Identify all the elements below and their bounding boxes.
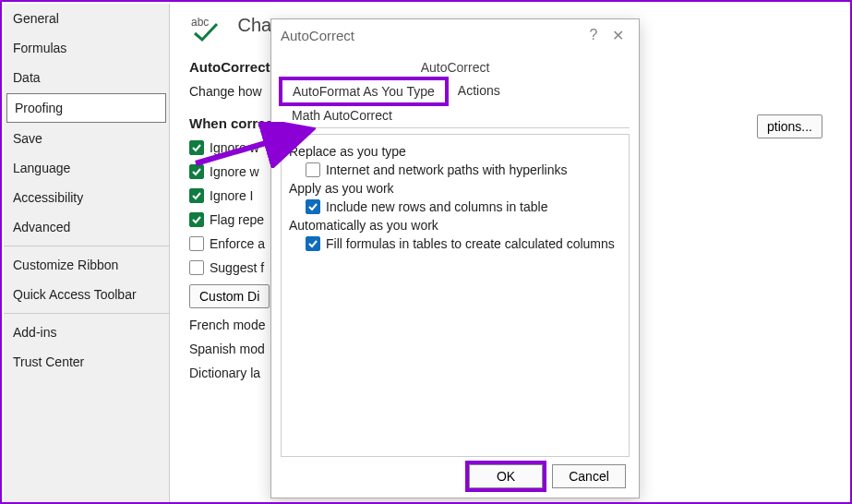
close-icon[interactable]: ✕	[606, 27, 630, 44]
checkmark-icon	[189, 164, 204, 179]
tab-math-autocorrect[interactable]: Math AutoCorrect	[281, 103, 403, 127]
opt-label: Ignore w	[210, 164, 259, 179]
tab-autocorrect[interactable]: AutoCorrect	[281, 56, 630, 78]
autoformat-panel: Replace as you type Internet and network…	[281, 134, 630, 457]
dialog-title: AutoCorrect	[281, 28, 582, 43]
dialog-tabs: AutoCorrect AutoFormat As You Type Actio…	[281, 56, 630, 128]
sidebar-item-save[interactable]: Save	[4, 124, 169, 153]
proofing-abc-icon: abc	[189, 15, 226, 42]
sidebar-item-general[interactable]: General	[4, 4, 169, 33]
checkbox-empty-icon	[189, 236, 204, 251]
options-sidebar: General Formulas Data Proofing Save Lang…	[4, 4, 170, 502]
opt-label: Ignore I	[210, 188, 253, 203]
checkmark-icon	[306, 236, 320, 251]
checkmark-icon	[306, 199, 320, 214]
sidebar-item-quick-access-toolbar[interactable]: Quick Access Toolbar	[4, 280, 169, 309]
checkmark-icon	[189, 140, 204, 155]
group-apply-as-you-work: Apply as you work	[289, 181, 621, 196]
opt-label: Include new rows and columns in table	[326, 199, 547, 214]
tab-actions[interactable]: Actions	[447, 78, 511, 103]
group-automatically-as-you-work: Automatically as you work	[289, 218, 621, 233]
opt-internet-paths[interactable]: Internet and network paths with hyperlin…	[306, 162, 621, 177]
opt-fill-formulas[interactable]: Fill formulas in tables to create calcul…	[306, 236, 621, 251]
sidebar-item-data[interactable]: Data	[4, 63, 169, 92]
opt-label: Flag repe	[210, 212, 264, 227]
group-replace-as-you-type: Replace as you type	[289, 144, 621, 159]
checkmark-icon	[189, 188, 204, 203]
autocorrect-options-button[interactable]: ptions...	[757, 114, 822, 138]
sidebar-item-customize-ribbon[interactable]: Customize Ribbon	[4, 250, 169, 280]
opt-label: Internet and network paths with hyperlin…	[326, 162, 567, 177]
svg-text:abc: abc	[191, 16, 209, 29]
opt-include-new-rows[interactable]: Include new rows and columns in table	[306, 199, 621, 214]
opt-label: Suggest f	[210, 260, 264, 275]
dialog-titlebar: AutoCorrect ? ✕	[271, 19, 639, 51]
sidebar-item-accessibility[interactable]: Accessibility	[4, 183, 169, 212]
sidebar-item-language[interactable]: Language	[4, 153, 169, 183]
sidebar-item-add-ins[interactable]: Add-ins	[4, 318, 169, 347]
help-icon[interactable]: ?	[582, 27, 606, 43]
sidebar-item-proofing[interactable]: Proofing	[6, 93, 166, 123]
opt-label: Ignore w	[210, 140, 259, 155]
tab-autoformat-as-you-type[interactable]: AutoFormat As You Type	[281, 78, 447, 104]
checkbox-empty-icon	[189, 260, 204, 275]
checkmark-icon	[189, 212, 204, 227]
sidebar-item-advanced[interactable]: Advanced	[4, 212, 169, 242]
checkbox-empty-icon	[306, 162, 320, 177]
sidebar-item-trust-center[interactable]: Trust Center	[4, 347, 169, 377]
sidebar-item-formulas[interactable]: Formulas	[4, 33, 169, 63]
opt-label: Fill formulas in tables to create calcul…	[326, 236, 615, 251]
custom-dictionaries-button[interactable]: Custom Di	[189, 284, 270, 308]
ok-button[interactable]: OK	[469, 464, 543, 488]
autocorrect-dialog: AutoCorrect ? ✕ AutoCorrect AutoFormat A…	[270, 18, 640, 498]
dialog-button-row: OK Cancel	[469, 464, 626, 488]
opt-label: Enforce a	[210, 236, 265, 251]
cancel-button[interactable]: Cancel	[552, 464, 626, 488]
